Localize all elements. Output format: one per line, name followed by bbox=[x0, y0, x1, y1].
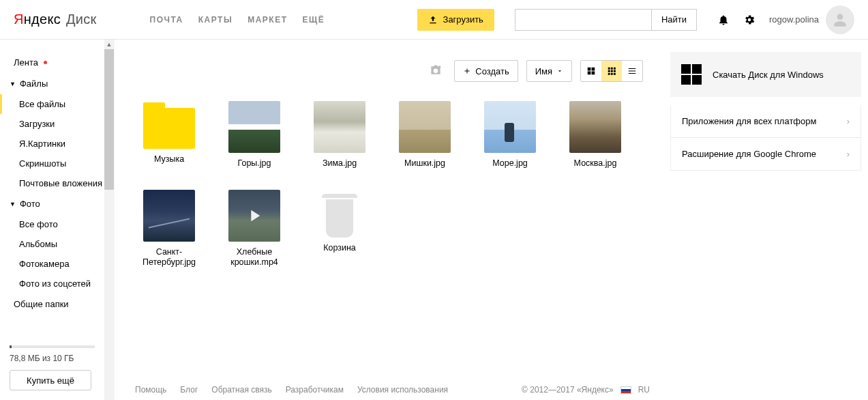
file-item[interactable]: Музыка bbox=[135, 101, 203, 169]
main: Создать Имя Муз bbox=[115, 40, 868, 400]
chevron-right-icon: › bbox=[847, 116, 850, 126]
nav-mail[interactable]: ПОЧТА bbox=[150, 15, 183, 25]
nav-screenshots[interactable]: Скриншоты bbox=[0, 154, 114, 173]
nav-ya-images[interactable]: Я.Картинки bbox=[0, 134, 114, 154]
footer: Помощь Блог Обратная связь Разработчикам… bbox=[135, 385, 650, 395]
nav-market[interactable]: МАРКЕТ bbox=[248, 15, 287, 25]
file-item[interactable]: Санкт-Петербург.jpg bbox=[135, 190, 203, 268]
file-label: Горы.jpg bbox=[220, 158, 288, 169]
nav-photo-group[interactable]: ▼ Фото bbox=[0, 193, 114, 214]
plus-icon bbox=[463, 67, 471, 75]
nav-all-files[interactable]: Все файлы bbox=[0, 94, 114, 114]
image-thumbnail bbox=[399, 101, 451, 153]
nav-more[interactable]: ЕЩЁ bbox=[302, 15, 325, 25]
user-menu[interactable]: rogow.polina bbox=[769, 5, 854, 34]
footer-blog[interactable]: Блог bbox=[180, 385, 198, 395]
footer-copyright: © 2012—2017 «Яндекс» bbox=[522, 385, 614, 395]
buy-more-button[interactable]: Купить ещё bbox=[10, 370, 91, 390]
chevron-right-icon: › bbox=[847, 149, 850, 159]
feed-dot-icon bbox=[44, 61, 47, 64]
logo-rest: ндекс bbox=[24, 12, 61, 27]
logo-service: Диск bbox=[66, 12, 97, 27]
file-label: Москва.jpg bbox=[561, 158, 629, 169]
storage-bar bbox=[10, 345, 95, 348]
sort-button[interactable]: Имя bbox=[526, 60, 572, 82]
download-windows[interactable]: Скачать Диск для Windows bbox=[670, 52, 861, 97]
image-thumbnail bbox=[484, 101, 536, 153]
image-thumbnail bbox=[314, 101, 365, 153]
search: Найти bbox=[515, 9, 697, 31]
search-button[interactable]: Найти bbox=[651, 9, 697, 31]
video-thumbnail bbox=[228, 190, 280, 242]
file-label: Хлебные крошки.mp4 bbox=[220, 247, 288, 268]
footer-dev[interactable]: Разработчикам bbox=[286, 385, 344, 395]
storage: 78,8 МБ из 10 ГБ Купить ещё bbox=[0, 339, 104, 400]
footer-lang[interactable]: RU bbox=[638, 385, 650, 395]
upload-icon bbox=[428, 15, 438, 25]
nav-albums[interactable]: Альбомы bbox=[0, 234, 114, 254]
search-input[interactable] bbox=[515, 9, 651, 31]
bell-icon[interactable] bbox=[717, 14, 730, 26]
file-item[interactable]: Мишки.jpg bbox=[391, 101, 459, 169]
create-button[interactable]: Создать bbox=[454, 60, 518, 82]
screenshot-tool-icon[interactable] bbox=[428, 63, 443, 79]
chrome-extension[interactable]: Расширение для Google Chrome › bbox=[671, 137, 860, 170]
scrollbar-up[interactable]: ▲ bbox=[104, 40, 114, 49]
header: Яндекс Диск ПОЧТА КАРТЫ МАРКЕТ ЕЩЁ Загру… bbox=[0, 0, 868, 40]
nav-files-group[interactable]: ▼ Файлы bbox=[0, 73, 114, 94]
right-panel: Скачать Диск для Windows Приложения для … bbox=[663, 40, 868, 400]
logo[interactable]: Яндекс Диск bbox=[14, 12, 97, 27]
flag-ru-icon bbox=[620, 386, 631, 394]
caret-down-icon: ▼ bbox=[10, 201, 16, 208]
nav-shared[interactable]: Общие папки bbox=[0, 294, 114, 315]
gear-icon[interactable] bbox=[743, 14, 755, 26]
file-label: Зима.jpg bbox=[305, 158, 374, 169]
nav-feed[interactable]: Лента bbox=[0, 52, 114, 73]
file-label: Море.jpg bbox=[476, 158, 544, 169]
header-icons bbox=[717, 14, 755, 26]
trash-icon bbox=[322, 194, 357, 238]
footer-terms[interactable]: Условия использования bbox=[357, 385, 448, 395]
username: rogow.polina bbox=[769, 14, 819, 25]
file-item[interactable]: Горы.jpg bbox=[220, 101, 288, 169]
file-item[interactable]: Море.jpg bbox=[476, 101, 544, 169]
view-small-tiles[interactable] bbox=[601, 61, 622, 81]
nav-downloads[interactable]: Загрузки bbox=[0, 114, 114, 134]
scrollbar-thumb[interactable] bbox=[104, 40, 114, 190]
upload-button[interactable]: Загрузить bbox=[417, 9, 494, 31]
file-label: Мишки.jpg bbox=[391, 158, 459, 169]
content: Создать Имя Муз bbox=[115, 40, 663, 400]
file-label: Корзина bbox=[305, 243, 374, 254]
view-list[interactable] bbox=[622, 61, 642, 81]
nav-social[interactable]: Фото из соцсетей bbox=[0, 274, 114, 294]
avatar bbox=[826, 5, 854, 34]
file-item[interactable]: Зима.jpg bbox=[305, 101, 374, 169]
footer-help[interactable]: Помощь bbox=[135, 385, 166, 395]
windows-icon bbox=[681, 64, 702, 85]
image-thumbnail bbox=[569, 101, 621, 153]
file-item[interactable]: Корзина bbox=[305, 190, 374, 268]
file-label: Музыка bbox=[135, 154, 203, 165]
file-item[interactable]: Хлебные крошки.mp4 bbox=[220, 190, 288, 268]
image-thumbnail bbox=[228, 101, 280, 153]
play-icon bbox=[228, 190, 280, 242]
nav-mail-attach[interactable]: Почтовые вложения bbox=[0, 173, 114, 193]
footer-feedback[interactable]: Обратная связь bbox=[211, 385, 271, 395]
sidebar: ▲ Лента ▼ Файлы Все файлы Загрузки Я.Кар… bbox=[0, 40, 115, 400]
file-label: Санкт-Петербург.jpg bbox=[135, 247, 203, 268]
view-large-tiles[interactable] bbox=[581, 61, 601, 81]
svg-point-0 bbox=[438, 66, 440, 68]
header-nav: ПОЧТА КАРТЫ МАРКЕТ ЕЩЁ bbox=[150, 15, 325, 25]
file-item[interactable]: Москва.jpg bbox=[561, 101, 629, 169]
file-grid: МузыкаГоры.jpgЗима.jpgМишки.jpgМоре.jpgМ… bbox=[135, 101, 643, 268]
nav-all-photos[interactable]: Все фото bbox=[0, 214, 114, 234]
chevron-down-icon bbox=[556, 68, 563, 74]
nav-maps[interactable]: КАРТЫ bbox=[198, 15, 233, 25]
apps-all-platforms[interactable]: Приложения для всех платформ › bbox=[671, 105, 860, 137]
toolbar: Создать Имя bbox=[135, 53, 643, 89]
image-thumbnail bbox=[143, 190, 195, 242]
logo-letter: Я bbox=[14, 12, 24, 27]
nav-camera[interactable]: Фотокамера bbox=[0, 254, 114, 274]
caret-down-icon: ▼ bbox=[10, 81, 16, 87]
upload-label: Загрузить bbox=[443, 14, 483, 25]
